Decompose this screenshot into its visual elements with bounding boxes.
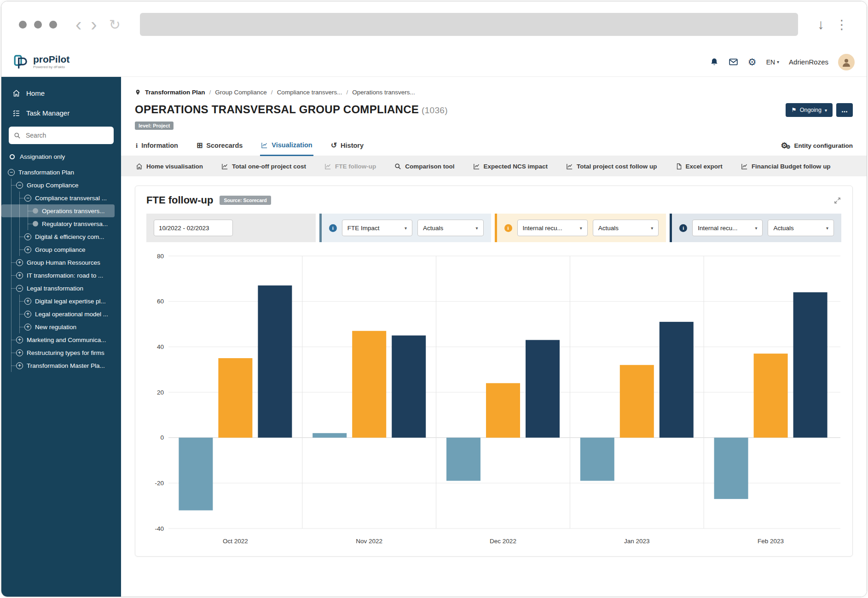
bar-fte-impact-actuals-feb-2023[interactable] xyxy=(714,438,748,499)
tree-item-label: Transformation Plan xyxy=(18,169,74,176)
settings-gear-icon[interactable]: ⚙ xyxy=(748,57,757,67)
expand-icon[interactable]: + xyxy=(16,259,23,266)
aggregation-select[interactable]: Actuals ▾ xyxy=(768,220,834,236)
info-icon[interactable]: i xyxy=(329,224,337,232)
sidebar-item-home[interactable]: Home xyxy=(1,83,121,103)
collapse-icon[interactable]: − xyxy=(8,169,15,176)
sidebar-item-task-manager[interactable]: Task Manager xyxy=(1,103,121,123)
subtab-financial-budget-follow-up[interactable]: Financial Budget follow up xyxy=(741,163,831,170)
subtab-home-visualisation[interactable]: Home visualisation xyxy=(136,163,203,170)
breadcrumb-item-group-compliance[interactable]: Group Compliance xyxy=(215,89,267,96)
breadcrumb-item-operations-transvers[interactable]: Operations transvers... xyxy=(352,89,415,96)
window-dot[interactable] xyxy=(19,21,27,29)
entity-configuration-button[interactable]: ⚙⚙ Entity configuration xyxy=(781,142,853,150)
metric-select[interactable]: FTE Impact ▾ xyxy=(342,220,412,236)
aggregation-select[interactable]: Actuals ▾ xyxy=(593,220,659,236)
refresh-icon[interactable]: ↻ xyxy=(102,17,128,33)
bar-fte-impact-actuals-oct-2022[interactable] xyxy=(179,438,213,511)
subtab-fte-follow-up[interactable]: FTE follow-up xyxy=(324,163,376,170)
browser-menu-icon[interactable]: ⋮ xyxy=(827,17,848,32)
bar-internal-recu-actuals-2-feb-2023[interactable] xyxy=(793,292,827,438)
aggregation-select-value: Actuals xyxy=(423,225,443,232)
bar-internal-recu-actuals-2-dec-2022[interactable] xyxy=(526,340,560,438)
tab-scorecards[interactable]: ⊞Scorecards xyxy=(196,135,243,156)
expand-icon[interactable]: + xyxy=(16,349,23,356)
date-range-input[interactable] xyxy=(154,220,233,236)
tab-information[interactable]: iInformation xyxy=(135,135,179,156)
expand-icon[interactable]: + xyxy=(16,272,23,279)
subtab-expected-ncs-impact[interactable]: Expected NCS impact xyxy=(473,163,548,170)
avatar[interactable] xyxy=(838,54,855,70)
bar-internal-recu-actuals-jan-2023[interactable] xyxy=(620,365,654,438)
tree-item-regulatory-transversa[interactable]: Regulatory transversa... xyxy=(1,217,121,230)
breadcrumb-item-transformation-plan[interactable]: Transformation Plan xyxy=(145,89,205,96)
bar-internal-recu-actuals-nov-2022[interactable] xyxy=(352,331,386,438)
collapse-icon[interactable]: − xyxy=(24,195,31,202)
collapse-icon[interactable]: − xyxy=(16,285,23,292)
subtab-total-project-cost-follow-up[interactable]: Total project cost follow up xyxy=(566,163,657,170)
subtab-total-one-off-project-cost[interactable]: Total one-off project cost xyxy=(221,163,306,170)
language-selector[interactable]: EN ▾ xyxy=(766,58,779,66)
bar-fte-impact-actuals-jan-2023[interactable] xyxy=(580,438,614,481)
tree-item-operations-transvers[interactable]: Operations transvers... xyxy=(1,204,115,217)
window-dot[interactable] xyxy=(49,21,57,29)
assignation-only-toggle[interactable]: Assignation only xyxy=(1,146,121,164)
bar-fte-impact-actuals-nov-2022[interactable] xyxy=(312,433,347,438)
aggregation-select[interactable]: Actuals ▾ xyxy=(417,220,484,236)
bar-fte-impact-actuals-dec-2022[interactable] xyxy=(446,438,480,481)
bar-internal-recu-actuals-feb-2023[interactable] xyxy=(754,354,788,438)
tree-item-it-transformation-road-to[interactable]: +IT transformation: road to ... xyxy=(1,269,121,282)
url-bar[interactable] xyxy=(140,13,798,36)
status-ongoing-button[interactable]: ⚑ Ongoing ▾ xyxy=(786,103,833,117)
expand-icon[interactable] xyxy=(833,197,841,204)
more-actions-button[interactable]: ... xyxy=(836,103,853,117)
tab-history[interactable]: ↺History xyxy=(330,135,365,156)
tree-item-marketing-and-communica[interactable]: +Marketing and Communica... xyxy=(1,333,121,346)
expand-icon[interactable]: + xyxy=(16,362,23,369)
metric-select[interactable]: Internal recu... ▾ xyxy=(517,220,588,236)
tree-item-label: Group Compliance xyxy=(27,182,79,189)
info-icon[interactable]: i xyxy=(679,224,687,232)
metric-select[interactable]: Internal recu... ▾ xyxy=(692,220,763,236)
tree-item-group-human-ressources[interactable]: +Group Human Ressources xyxy=(1,256,121,269)
chart-icon xyxy=(473,163,480,170)
tree-item-group-compliance[interactable]: +Group compliance xyxy=(1,243,121,256)
tree-item-transformation-plan[interactable]: −Transformation Plan xyxy=(1,166,121,179)
breadcrumb-item-compliance-transvers[interactable]: Compliance transvers... xyxy=(277,89,342,96)
subtab-comparison-tool[interactable]: Comparison tool xyxy=(394,163,454,170)
tree-item-legal-operational-model[interactable]: +Legal operational model ... xyxy=(1,308,121,320)
expand-icon[interactable]: + xyxy=(24,324,31,331)
tab-visualization[interactable]: Visualization xyxy=(260,135,313,156)
tree-item-compliance-transversal[interactable]: −Compliance transversal ... xyxy=(1,192,121,204)
subtab-excel-export[interactable]: Excel export xyxy=(676,163,723,170)
tree-item-digital-legal-expertise-pl[interactable]: +Digital legal expertise pl... xyxy=(1,295,121,308)
expand-icon[interactable]: + xyxy=(24,311,31,318)
tree-item-transformation-master-pla[interactable]: +Transformation Master Pla... xyxy=(1,359,121,372)
search-input[interactable] xyxy=(25,131,110,139)
window-dot[interactable] xyxy=(34,21,42,29)
download-icon[interactable]: ↓ xyxy=(815,17,827,32)
tree-item-restructuring-types-for-firms[interactable]: +Restructuring types for firms xyxy=(1,346,121,359)
bar-internal-recu-actuals-2-oct-2022[interactable] xyxy=(258,285,292,438)
messages-envelope-icon[interactable] xyxy=(729,57,738,67)
tree-item-legal-transformation[interactable]: −Legal transformation xyxy=(1,282,121,295)
expand-icon[interactable]: + xyxy=(24,233,31,240)
tree-item-group-compliance[interactable]: −Group Compliance xyxy=(1,179,121,192)
forward-button[interactable]: › xyxy=(86,15,101,34)
expand-icon[interactable]: + xyxy=(24,298,31,305)
notifications-bell-icon[interactable] xyxy=(710,58,719,67)
collapse-icon[interactable]: − xyxy=(16,182,23,189)
expand-icon[interactable]: + xyxy=(24,246,31,253)
expand-icon[interactable]: + xyxy=(16,337,23,343)
node-dot-icon[interactable] xyxy=(33,208,38,214)
node-dot-icon[interactable] xyxy=(33,221,38,226)
bar-internal-recu-actuals-dec-2022[interactable] xyxy=(486,383,520,437)
back-button[interactable]: ‹ xyxy=(71,15,86,34)
username[interactable]: AdrienRozes xyxy=(789,58,828,66)
bar-internal-recu-actuals-oct-2022[interactable] xyxy=(218,358,252,438)
tree-item-new-regulation[interactable]: +New regulation xyxy=(1,320,121,333)
info-icon[interactable]: i xyxy=(504,224,512,232)
tree-item-digital-efficiency-com[interactable]: +Digital & efficiency com... xyxy=(1,230,121,243)
bar-internal-recu-actuals-2-nov-2022[interactable] xyxy=(392,336,426,438)
bar-internal-recu-actuals-2-jan-2023[interactable] xyxy=(660,322,694,438)
